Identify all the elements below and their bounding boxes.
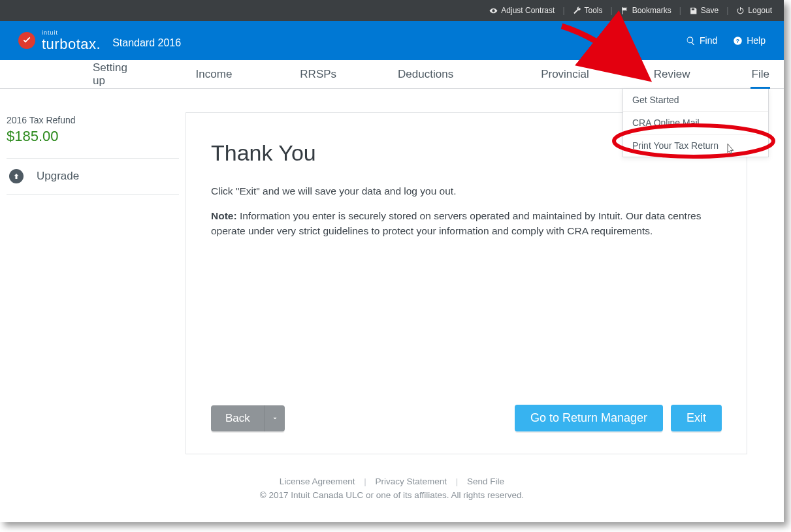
upgrade-button[interactable]: Upgrade (7, 158, 179, 195)
logout-link[interactable]: Logout (736, 6, 772, 15)
help-icon: ? (733, 36, 743, 46)
exit-instruction: Click "Exit" and we will save your data … (211, 184, 722, 198)
bookmarks-label: Bookmarks (632, 6, 671, 15)
dropdown-item-print-tax-return[interactable]: Print Your Tax Return (623, 134, 768, 157)
caret-down-icon (272, 415, 278, 422)
flag-icon (621, 7, 629, 15)
footer: License Agreement | Privacy Statement | … (0, 477, 784, 500)
refund-amount: $185.00 (7, 128, 179, 145)
help-link[interactable]: ? Help (733, 35, 766, 46)
adjust-contrast-link[interactable]: Adjust Contrast (489, 6, 555, 15)
svg-text:?: ? (736, 37, 739, 44)
divider: | (726, 6, 728, 15)
file-dropdown: Get Started CRA Online Mail Print Your T… (622, 89, 769, 157)
note-paragraph: Note: Information you enter is securely … (211, 209, 722, 238)
sidebar: 2016 Tax Refund $185.00 Upgrade (0, 89, 186, 454)
tools-link[interactable]: Tools (573, 6, 603, 15)
brand-company: intuit (42, 30, 101, 36)
dropdown-item-cra-online-mail[interactable]: CRA Online Mail (623, 112, 768, 134)
wrench-icon (573, 7, 581, 15)
adjust-contrast-label: Adjust Contrast (501, 6, 555, 15)
tab-provincial[interactable]: Provincial (526, 60, 604, 88)
brand-product: turbotax. (42, 37, 101, 52)
divider: | (679, 6, 681, 15)
footer-copyright: © 2017 Intuit Canada ULC or one of its a… (0, 490, 784, 500)
tab-file[interactable]: File (737, 60, 784, 88)
power-icon (736, 7, 745, 15)
refund-label: 2016 Tax Refund (7, 115, 179, 125)
help-label: Help (747, 35, 766, 46)
footer-sendfile-link[interactable]: Send File (467, 477, 504, 486)
bookmarks-link[interactable]: Bookmarks (621, 6, 671, 15)
save-link[interactable]: Save (689, 6, 718, 15)
tab-deductions[interactable]: Deductions (383, 60, 468, 88)
tab-setting-up[interactable]: Setting up (78, 60, 149, 88)
dropdown-item-get-started[interactable]: Get Started (623, 89, 768, 112)
search-icon (686, 36, 696, 46)
tab-rrsps[interactable]: RRSPs (285, 60, 351, 88)
brand-bar: intuit turbotax. Standard 2016 Find ? He… (0, 21, 784, 60)
upgrade-label: Upgrade (37, 170, 79, 183)
logout-label: Logout (748, 6, 772, 15)
brand-version: Standard 2016 (112, 37, 181, 49)
footer-privacy-link[interactable]: Privacy Statement (375, 477, 447, 486)
exit-button[interactable]: Exit (671, 405, 722, 431)
tab-review[interactable]: Review (639, 60, 705, 88)
utility-bar: Adjust Contrast | Tools | Bookmarks | Sa… (0, 0, 784, 21)
checkmark-badge-icon (18, 32, 35, 49)
divider: | (562, 6, 564, 15)
main-card: Thank You Click "Exit" and we will save … (186, 112, 747, 454)
save-label: Save (701, 6, 718, 15)
find-link[interactable]: Find (686, 35, 717, 46)
save-icon (689, 7, 698, 15)
note-body: Information you enter is securely stored… (211, 210, 701, 236)
go-to-return-manager-button[interactable]: Go to Return Manager (515, 405, 663, 431)
eye-icon (489, 7, 498, 15)
divider: | (364, 477, 366, 486)
divider: | (611, 6, 613, 15)
tab-income[interactable]: Income (182, 60, 247, 88)
tools-label: Tools (585, 6, 603, 15)
divider: | (456, 477, 459, 486)
brand-logo-group: intuit turbotax. Standard 2016 (18, 30, 181, 52)
back-button-group: Back (211, 405, 285, 431)
find-label: Find (700, 35, 717, 46)
footer-license-link[interactable]: License Agreement (280, 477, 355, 486)
upgrade-arrow-icon (9, 169, 24, 183)
back-button[interactable]: Back (211, 405, 265, 431)
nav-tabs: Setting up Income RRSPs Deductions Provi… (0, 60, 784, 89)
back-dropdown-button[interactable] (265, 405, 285, 431)
note-label: Note: (211, 210, 237, 221)
